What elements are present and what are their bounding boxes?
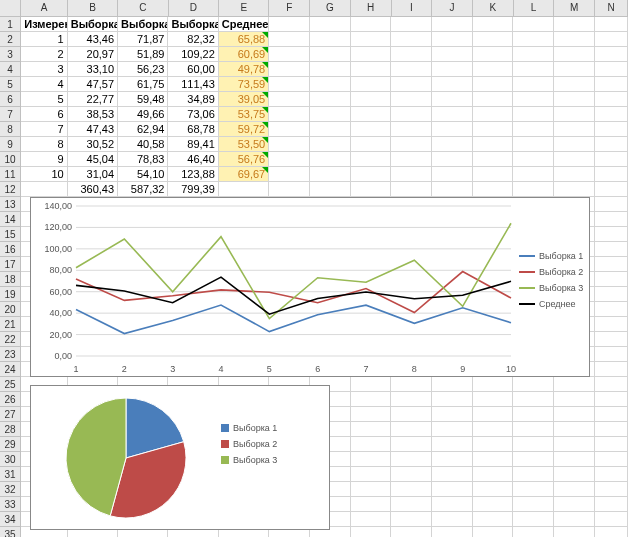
cell[interactable] [513,77,554,92]
cell[interactable] [269,182,310,197]
cell[interactable] [595,272,628,287]
cell[interactable] [554,77,595,92]
cell[interactable]: 47,57 [68,77,118,92]
cell[interactable] [391,167,432,182]
cell[interactable] [513,122,554,137]
cell[interactable] [351,62,392,77]
row-header[interactable]: 3 [0,47,21,62]
cell[interactable] [595,347,628,362]
cell[interactable] [351,122,392,137]
cell[interactable] [595,257,628,272]
cell[interactable] [269,17,310,32]
cell[interactable] [554,47,595,62]
cell[interactable] [391,32,432,47]
cell[interactable] [473,152,514,167]
row-header[interactable]: 14 [0,212,21,227]
row-header[interactable]: 26 [0,392,21,407]
row-header[interactable]: 12 [0,182,21,197]
cell[interactable] [432,122,473,137]
cell[interactable]: 46,40 [168,152,218,167]
row-header[interactable]: 5 [0,77,21,92]
cell[interactable] [391,377,432,392]
col-header-I[interactable]: I [392,0,433,16]
cell[interactable]: 360,43 [68,182,118,197]
cell[interactable] [391,47,432,62]
row-header[interactable]: 30 [0,452,21,467]
cell[interactable] [473,182,514,197]
cell[interactable]: 109,22 [168,47,218,62]
cell[interactable] [432,377,473,392]
cell[interactable] [595,497,628,512]
cell[interactable] [219,182,269,197]
cell[interactable] [310,152,351,167]
cell[interactable] [310,77,351,92]
col-header-G[interactable]: G [310,0,351,16]
cell[interactable] [595,422,628,437]
cell[interactable] [595,362,628,377]
cell[interactable] [513,467,554,482]
cell[interactable] [513,62,554,77]
cell[interactable] [269,107,310,122]
cell[interactable] [513,182,554,197]
cell[interactable]: 1 [21,32,68,47]
cell[interactable] [21,182,68,197]
cell[interactable]: 56,76 [219,152,269,167]
cell[interactable] [595,452,628,467]
cell[interactable] [473,17,514,32]
cell[interactable] [432,437,473,452]
cell[interactable] [391,497,432,512]
cell[interactable] [351,92,392,107]
cell[interactable]: 33,10 [68,62,118,77]
cell[interactable] [269,122,310,137]
cell[interactable] [432,92,473,107]
cell[interactable] [595,92,628,107]
cell[interactable] [595,407,628,422]
cell[interactable] [351,422,392,437]
cell[interactable] [310,167,351,182]
cell[interactable] [391,92,432,107]
cell[interactable] [432,527,473,537]
cell[interactable] [269,47,310,62]
cell[interactable]: 20,97 [68,47,118,62]
cell[interactable]: 30,52 [68,137,118,152]
cell[interactable] [432,62,473,77]
cell[interactable] [554,152,595,167]
cell[interactable] [473,452,514,467]
cell[interactable] [432,467,473,482]
col-header-B[interactable]: B [68,0,118,16]
cell[interactable] [513,452,554,467]
row-header[interactable]: 9 [0,137,21,152]
cell[interactable] [391,512,432,527]
cell[interactable] [432,407,473,422]
cell[interactable] [432,77,473,92]
cell[interactable] [554,107,595,122]
cell[interactable] [554,527,595,537]
row-header[interactable]: 35 [0,527,21,537]
cell[interactable]: 6 [21,107,68,122]
cell[interactable]: 60,69 [219,47,269,62]
row-header[interactable]: 17 [0,257,21,272]
cell[interactable] [269,32,310,47]
cell[interactable] [432,182,473,197]
cell[interactable]: 31,04 [68,167,118,182]
cell[interactable]: 54,10 [118,167,168,182]
cell[interactable] [432,482,473,497]
cell[interactable] [351,182,392,197]
cell[interactable] [391,392,432,407]
col-header-J[interactable]: J [432,0,473,16]
cell[interactable] [595,152,628,167]
cell[interactable] [310,47,351,62]
cell[interactable] [473,167,514,182]
row-header[interactable]: 4 [0,62,21,77]
cell[interactable] [595,77,628,92]
row-header[interactable]: 29 [0,437,21,452]
cell[interactable] [473,32,514,47]
cell[interactable] [595,47,628,62]
cell[interactable] [595,62,628,77]
cell[interactable] [391,107,432,122]
cell[interactable] [554,122,595,137]
col-header-A[interactable]: A [21,0,68,16]
row-header[interactable]: 1 [0,17,21,32]
cell[interactable] [269,137,310,152]
cell[interactable] [595,467,628,482]
